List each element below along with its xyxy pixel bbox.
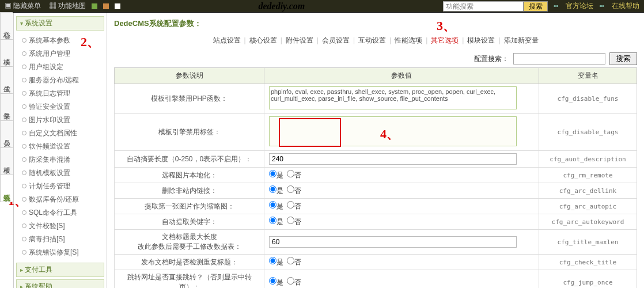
config-tab[interactable]: 核心设置 [246, 36, 281, 44]
param-textarea[interactable] [269, 116, 517, 146]
vertical-tabs: 核心模块生成采集会员模板系统 [0, 13, 14, 288]
config-search-label: 配置搜索： [474, 55, 509, 63]
vtab-3[interactable]: 采集 [0, 93, 13, 121]
param-textarea[interactable] [269, 86, 517, 109]
radio-option[interactable]: 否 [287, 187, 301, 195]
radio-option[interactable]: 否 [287, 202, 301, 210]
param-var: cfg_jump_once [539, 270, 637, 289]
forum-link[interactable]: 官方论坛 [566, 1, 593, 11]
param-var: cfg_disable_funs [539, 84, 637, 114]
param-var: cfg_disable_tags [539, 114, 637, 151]
param-value-cell [264, 114, 539, 151]
param-label: 删除非站内链接： [115, 183, 264, 199]
param-var: cfg_title_maxlen [539, 230, 637, 255]
sidebar-item[interactable]: 系统错误修复[S] [21, 246, 104, 259]
page-title: DedeCMS系统配置参数： [114, 18, 637, 29]
radio-option[interactable]: 是 [269, 187, 283, 195]
radio-option[interactable]: 否 [287, 258, 301, 266]
sidebar-item[interactable]: SQL命令行工具 [21, 206, 104, 219]
config-search-input[interactable] [513, 53, 605, 65]
side-group[interactable]: 系统设置 [16, 16, 104, 31]
radio-option[interactable]: 是 [269, 278, 283, 286]
vtab-2[interactable]: 生成 [0, 66, 13, 94]
table-row: 提取第一张图片作为缩略图：是否cfg_arc_autopic [115, 199, 637, 214]
vtab-4[interactable]: 会员 [0, 120, 13, 148]
side-group[interactable]: 支付工具 [16, 263, 104, 277]
config-tab[interactable]: 添加新变量 [501, 36, 542, 44]
top-search-input[interactable] [443, 1, 524, 12]
main-panel: DedeCMS系统配置参数： 站点设置|核心设置|附件设置|会员设置|互动设置|… [107, 13, 644, 288]
sidebar-item[interactable]: 数据库备份/还原 [21, 193, 104, 206]
param-label: 模板引擎禁用标签： [115, 114, 264, 151]
radio-option[interactable]: 是 [269, 218, 283, 226]
param-value-cell: 是否 [264, 199, 539, 214]
config-search-button[interactable]: 搜索 [609, 52, 637, 65]
sidebar-item[interactable]: 计划任务管理 [21, 180, 104, 193]
params-table: 参数说明 参数值 变量名 模板引擎禁用PHP函数：cfg_disable_fun… [114, 67, 637, 288]
sidebar-item[interactable]: 验证安全设置 [21, 100, 104, 113]
sidebar-item[interactable]: 文件校验[S] [21, 219, 104, 233]
sidebar-item[interactable]: 服务器分布/远程 [21, 74, 104, 87]
config-tab[interactable]: 附件设置 [282, 36, 317, 44]
table-row: 模板引擎禁用PHP函数：cfg_disable_funs [115, 84, 637, 114]
sidebar-item[interactable]: 系统日志管理 [21, 87, 104, 100]
vtab-5[interactable]: 模板 [0, 147, 13, 175]
config-search-row: 配置搜索： 搜索 [114, 52, 637, 65]
param-label: 提取第一张图片作为缩略图： [115, 199, 264, 214]
param-var: cfg_arc_autopic [539, 199, 637, 214]
radio-option[interactable]: 否 [287, 218, 301, 226]
table-row: 文档标题最大长度改此参数后需要手工修改数据表：cfg_title_maxlen [115, 230, 637, 255]
sidebar-item[interactable]: 随机模板设置 [21, 166, 104, 180]
radio-option[interactable]: 否 [287, 171, 301, 179]
func-map[interactable]: ▦ 功能地图 [49, 1, 85, 11]
param-var: cfg_check_title [539, 255, 637, 270]
config-tab[interactable]: 会员设置 [319, 36, 353, 44]
table-row: 删除非站内链接：是否cfg_arc_dellink [115, 183, 637, 199]
config-tab[interactable]: 性能选项 [391, 36, 426, 44]
radio-option[interactable]: 是 [269, 171, 283, 179]
color-swatch-green[interactable] [92, 3, 97, 9]
config-tab[interactable]: 模块设置 [464, 36, 498, 44]
sidebar-item[interactable]: 图片水印设置 [21, 113, 104, 127]
radio-option[interactable]: 是 [269, 202, 283, 210]
sidebar-item[interactable]: 病毒扫描[S] [21, 233, 104, 246]
param-var: cfg_arc_autokeyword [539, 214, 637, 230]
param-value-cell [264, 230, 539, 255]
top-search-button[interactable]: 搜索 [524, 1, 548, 12]
param-label: 自动提取关键字： [115, 214, 264, 230]
radio-option[interactable]: 否 [287, 278, 301, 286]
sidebar-item[interactable]: 系统基本参数 [21, 34, 104, 47]
sidebar-item[interactable]: 用户组设定 [21, 60, 104, 74]
th-value: 参数值 [264, 68, 539, 84]
dots-icon: ••• [599, 3, 604, 9]
param-label: 发布文档时是否检测重复标题： [115, 255, 264, 270]
param-value-cell: 是否 [264, 183, 539, 199]
param-value-cell: 是否 [264, 255, 539, 270]
th-desc: 参数说明 [115, 68, 264, 84]
help-link[interactable]: 在线帮助 [612, 1, 639, 11]
sidebar-item[interactable]: 软件频道设置 [21, 140, 104, 153]
vtab-1[interactable]: 模块 [0, 39, 13, 67]
config-tab[interactable]: 其它选项 [427, 36, 462, 44]
param-label: 跳转网址是否直接跳转？（否则显示中转页）： [115, 270, 264, 289]
param-value-cell [264, 84, 539, 114]
sidebar-item[interactable]: 防采集串混淆 [21, 153, 104, 166]
toggle-menu[interactable]: ▣ 隐藏菜单 [5, 1, 41, 11]
radio-option[interactable]: 是 [269, 258, 283, 266]
table-row: 自动摘要长度（0-250，0表示不启用）：cfg_auot_descriptio… [115, 151, 637, 168]
config-tab[interactable]: 站点设置 [210, 36, 244, 44]
side-group[interactable]: 系统帮助 [16, 279, 104, 288]
color-swatch-white[interactable] [115, 3, 120, 9]
table-row: 跳转网址是否直接跳转？（否则显示中转页）：是否cfg_jump_once [115, 270, 637, 289]
vtab-6[interactable]: 系统 [0, 175, 13, 202]
sidebar-item[interactable]: 系统用户管理 [21, 47, 104, 60]
color-swatch-orange[interactable] [103, 3, 109, 9]
sidebar-item[interactable]: 自定义文档属性 [21, 127, 104, 140]
config-tab[interactable]: 互动设置 [355, 36, 389, 44]
param-label: 自动摘要长度（0-250，0表示不启用）： [115, 151, 264, 168]
vtab-0[interactable]: 核心 [0, 12, 13, 40]
param-label: 远程图片本地化： [115, 168, 264, 183]
param-value-cell: 是否 [264, 214, 539, 230]
param-input[interactable] [269, 153, 517, 165]
param-input[interactable] [269, 236, 517, 248]
